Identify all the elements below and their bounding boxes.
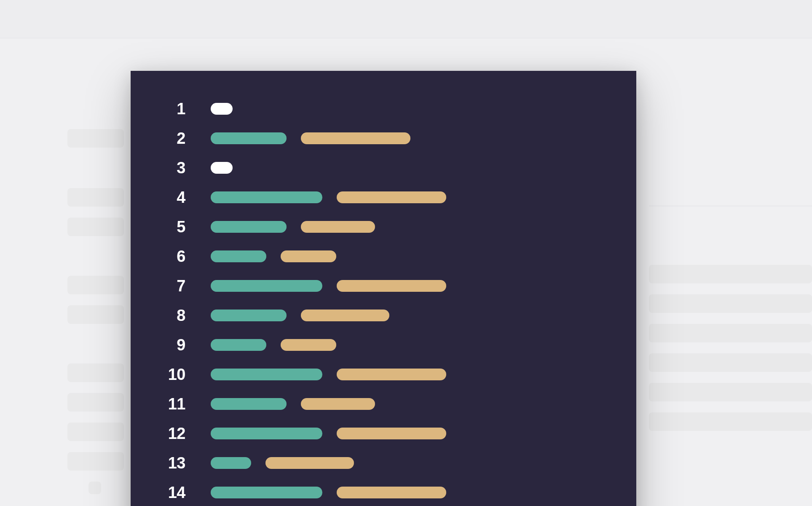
skeleton-bar bbox=[649, 383, 812, 401]
token-row bbox=[211, 103, 233, 115]
line-number: 8 bbox=[131, 307, 185, 325]
code-line[interactable]: 14 bbox=[131, 478, 636, 506]
token-row bbox=[211, 339, 336, 351]
code-token bbox=[301, 221, 375, 233]
line-number: 1 bbox=[131, 100, 185, 118]
code-token bbox=[337, 280, 446, 292]
token-row bbox=[211, 221, 375, 233]
skeleton-bar bbox=[67, 363, 124, 382]
code-line[interactable]: 1 bbox=[131, 94, 636, 124]
code-token bbox=[337, 428, 446, 439]
page-root: 1234567891011121314 bbox=[0, 0, 812, 506]
line-number: 9 bbox=[131, 336, 185, 354]
skeleton-bar bbox=[67, 276, 124, 294]
code-body: 1234567891011121314 bbox=[131, 94, 636, 506]
line-number: 2 bbox=[131, 129, 185, 148]
line-number: 13 bbox=[131, 454, 185, 472]
code-line[interactable]: 4 bbox=[131, 183, 636, 212]
line-number: 12 bbox=[131, 425, 185, 443]
token-row bbox=[211, 428, 446, 439]
code-token bbox=[281, 339, 336, 351]
skeleton-bar bbox=[649, 265, 812, 283]
code-token bbox=[301, 398, 375, 410]
line-number: 14 bbox=[131, 484, 185, 502]
skeleton-bar bbox=[67, 423, 124, 441]
skeleton-bar bbox=[67, 305, 124, 324]
code-token bbox=[211, 103, 233, 115]
token-row bbox=[211, 132, 410, 144]
line-number: 11 bbox=[131, 395, 185, 413]
code-editor-panel: 1234567891011121314 bbox=[131, 71, 636, 506]
skeleton-bar bbox=[88, 482, 101, 494]
code-token bbox=[337, 369, 446, 380]
line-number: 6 bbox=[131, 248, 185, 266]
code-token bbox=[301, 132, 410, 144]
code-line[interactable]: 3 bbox=[131, 153, 636, 183]
code-token bbox=[337, 191, 446, 203]
token-row bbox=[211, 369, 446, 380]
token-row bbox=[211, 487, 446, 498]
skeleton-bar bbox=[649, 353, 812, 372]
top-bar bbox=[0, 0, 812, 38]
line-number: 10 bbox=[131, 366, 185, 384]
skeleton-bar bbox=[649, 412, 812, 431]
token-row bbox=[211, 162, 233, 174]
token-row bbox=[211, 310, 389, 321]
line-number: 5 bbox=[131, 218, 185, 236]
code-line[interactable]: 12 bbox=[131, 419, 636, 448]
skeleton-bar bbox=[649, 206, 812, 206]
code-line[interactable]: 8 bbox=[131, 301, 636, 330]
code-token bbox=[211, 487, 322, 498]
line-number: 3 bbox=[131, 159, 185, 177]
code-token bbox=[211, 221, 287, 233]
code-token bbox=[265, 457, 354, 469]
code-token bbox=[337, 487, 446, 498]
token-row bbox=[211, 398, 375, 410]
code-token bbox=[301, 310, 389, 321]
code-token bbox=[281, 250, 336, 262]
token-row bbox=[211, 191, 446, 203]
skeleton-bar bbox=[67, 218, 124, 236]
code-token bbox=[211, 132, 287, 144]
code-token bbox=[211, 280, 322, 292]
line-number: 4 bbox=[131, 188, 185, 207]
code-line[interactable]: 13 bbox=[131, 448, 636, 478]
skeleton-bar bbox=[67, 188, 124, 207]
code-token bbox=[211, 428, 322, 439]
skeleton-bar bbox=[649, 294, 812, 313]
code-token bbox=[211, 310, 287, 321]
skeleton-bar bbox=[67, 452, 124, 471]
code-token bbox=[211, 162, 233, 174]
code-line[interactable]: 7 bbox=[131, 271, 636, 301]
code-line[interactable]: 10 bbox=[131, 360, 636, 389]
line-number: 7 bbox=[131, 277, 185, 295]
code-token bbox=[211, 191, 322, 203]
code-line[interactable]: 9 bbox=[131, 330, 636, 360]
code-line[interactable]: 5 bbox=[131, 212, 636, 242]
code-token bbox=[211, 339, 266, 351]
code-token bbox=[211, 457, 251, 469]
code-line[interactable]: 11 bbox=[131, 389, 636, 419]
code-token bbox=[211, 398, 287, 410]
skeleton-bar bbox=[67, 129, 124, 148]
token-row bbox=[211, 280, 446, 292]
code-line[interactable]: 2 bbox=[131, 124, 636, 153]
skeleton-bar bbox=[67, 393, 124, 412]
code-line[interactable]: 6 bbox=[131, 242, 636, 271]
code-token bbox=[211, 250, 266, 262]
code-token bbox=[211, 369, 322, 380]
skeleton-bar bbox=[649, 324, 812, 342]
token-row bbox=[211, 457, 354, 469]
token-row bbox=[211, 250, 336, 262]
